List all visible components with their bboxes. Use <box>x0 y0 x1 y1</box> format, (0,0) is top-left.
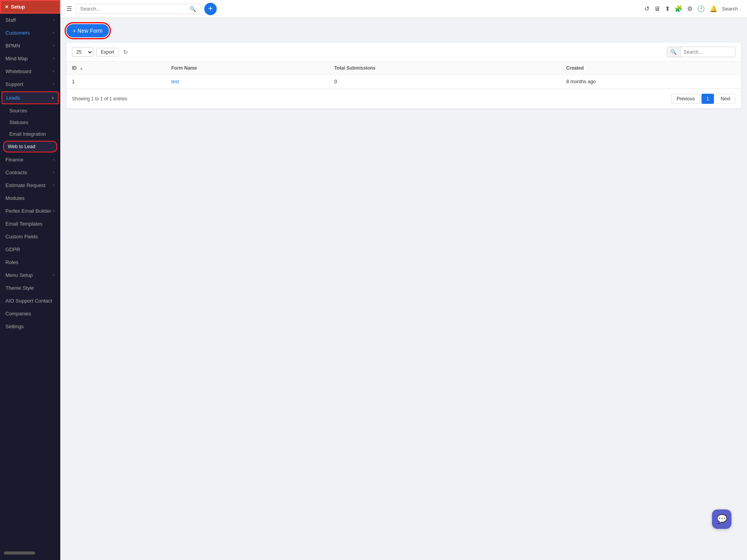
sidebar-item-support[interactable]: Support < <box>0 78 60 91</box>
sidebar-item-statuses[interactable]: Statuses <box>0 117 60 128</box>
topbar: ☰ 🔍 + ↺ 🖥 ⬆ 🧩 ⚙ 🕐 🔔 Search . <box>60 0 747 18</box>
sidebar-sub-label: Sources <box>9 108 27 114</box>
pagination-info: Showing 1 to 1 of 1 entries <box>72 96 127 102</box>
sidebar: ✕ Setup Staff < Customers < BPMN < Mind … <box>0 0 60 560</box>
main-wrapper: ☰ 🔍 + ↺ 🖥 ⬆ 🧩 ⚙ 🕐 🔔 Search . + New Form … <box>60 0 747 560</box>
chevron-down-icon: ∨ <box>51 96 54 100</box>
scroll-indicator <box>4 551 35 555</box>
chevron-icon: < <box>53 183 55 187</box>
sidebar-item-companies[interactable]: Companies <box>0 307 60 320</box>
sidebar-item-settings[interactable]: Settings <box>0 320 60 333</box>
chevron-icon: < <box>53 170 55 175</box>
sidebar-item-sources[interactable]: Sources <box>0 105 60 117</box>
column-created: Created <box>561 61 741 75</box>
sidebar-item-customers[interactable]: Customers < <box>0 26 60 39</box>
sidebar-item-label: Companies <box>5 311 31 317</box>
clock-icon[interactable]: 🕐 <box>697 5 705 12</box>
table-toolbar: 25 50 100 Export ↻ 🔍 <box>67 43 741 61</box>
table-search-input[interactable] <box>680 47 735 57</box>
sidebar-item-web-to-lead[interactable]: Web to Lead <box>3 141 57 152</box>
close-icon[interactable]: ✕ <box>5 4 9 10</box>
sidebar-item-label: Staff <box>5 17 16 23</box>
screen-icon[interactable]: 🖥 <box>654 5 660 12</box>
menu-icon[interactable]: ☰ <box>67 5 72 12</box>
sidebar-item-estimate-request[interactable]: Estimate Request < <box>0 179 60 192</box>
content-area: + New Form 25 50 100 Export ↻ 🔍 <box>60 18 747 560</box>
next-button[interactable]: Next <box>715 94 735 104</box>
export-button[interactable]: Export <box>96 48 119 56</box>
share-icon[interactable]: ⬆ <box>665 5 670 12</box>
sidebar-item-whiteboard[interactable]: Whiteboard < <box>0 65 60 78</box>
table-search-icon[interactable]: 🔍 <box>667 47 680 57</box>
add-button[interactable]: + <box>204 3 217 15</box>
column-form-name: Form Name <box>166 61 329 75</box>
search-bar[interactable]: 🔍 <box>76 4 200 14</box>
sidebar-item-label: AIO Support Contact <box>5 298 52 304</box>
topbar-search-label[interactable]: Search . <box>722 6 741 12</box>
sidebar-header[interactable]: ✕ Setup <box>0 0 60 14</box>
sidebar-item-label: Email Templates <box>5 221 42 227</box>
sidebar-item-label: Finance <box>5 157 23 163</box>
history-icon[interactable]: ↺ <box>644 5 649 12</box>
forms-table-card: 25 50 100 Export ↻ 🔍 ID ▲ <box>67 43 741 108</box>
sidebar-item-mind-map[interactable]: Mind Map < <box>0 52 60 65</box>
sidebar-item-label: Support <box>5 81 23 87</box>
sidebar-item-label: BPMN <box>5 43 20 49</box>
pagination-bar: Showing 1 to 1 of 1 entries Previous 1 N… <box>67 89 741 108</box>
sidebar-title: Setup <box>11 4 25 10</box>
cell-form-name[interactable]: test <box>166 75 329 89</box>
page-1-button[interactable]: 1 <box>701 94 714 104</box>
chat-icon: 💬 <box>717 514 727 524</box>
chevron-icon: < <box>53 56 55 61</box>
sidebar-sub-label: Statuses <box>9 120 28 125</box>
table-search[interactable]: 🔍 <box>667 47 735 57</box>
cell-total-submissions: 0 <box>329 75 561 89</box>
chevron-icon: < <box>53 31 55 35</box>
sidebar-item-modules[interactable]: Modules <box>0 192 60 205</box>
sidebar-item-leads[interactable]: Leads ∨ <box>2 91 59 104</box>
sidebar-item-label: Customers <box>5 30 30 36</box>
topbar-actions: ↺ 🖥 ⬆ 🧩 ⚙ 🕐 🔔 Search . <box>644 5 741 12</box>
chevron-icon: < <box>53 209 55 213</box>
sidebar-item-label: Contracts <box>5 170 27 175</box>
sidebar-item-custom-fields[interactable]: Custom Fields <box>0 230 60 243</box>
sidebar-item-label: GDPR <box>5 247 20 252</box>
sidebar-sub-label: Email Integration <box>9 131 46 137</box>
column-id[interactable]: ID ▲ <box>67 61 166 75</box>
refresh-button[interactable]: ↻ <box>122 48 130 56</box>
sidebar-item-aio-support-contact[interactable]: AIO Support Contact <box>0 294 60 307</box>
chevron-icon: < <box>53 273 55 277</box>
sidebar-item-perfex-email-builder[interactable]: Perfex Email Builder < <box>0 205 60 217</box>
per-page-select[interactable]: 25 50 100 <box>72 47 93 57</box>
sidebar-item-email-integration[interactable]: Email Integration <box>0 128 60 140</box>
previous-button[interactable]: Previous <box>672 94 700 104</box>
sidebar-item-gdpr[interactable]: GDPR <box>0 243 60 256</box>
column-total-submissions: Total Submissions <box>329 61 561 75</box>
sidebar-item-bpmn[interactable]: BPMN < <box>0 39 60 52</box>
sidebar-item-label: Estimate Request <box>5 182 46 188</box>
sidebar-item-email-templates[interactable]: Email Templates <box>0 217 60 230</box>
settings-gear-icon[interactable]: ⚙ <box>687 5 693 12</box>
chevron-icon: < <box>53 44 55 48</box>
chat-bubble[interactable]: 💬 <box>712 509 731 529</box>
sidebar-item-label: Leads <box>6 95 20 101</box>
sidebar-item-label: Perfex Email Builder <box>5 208 51 214</box>
sidebar-item-label: Modules <box>5 195 25 201</box>
sidebar-item-staff[interactable]: Staff < <box>0 14 60 26</box>
cell-created: 8 months ago <box>561 75 741 89</box>
bell-icon[interactable]: 🔔 <box>710 5 717 12</box>
chevron-icon: < <box>53 158 55 162</box>
sidebar-item-theme-style[interactable]: Theme Style <box>0 282 60 294</box>
sidebar-item-label: Menu Setup <box>5 272 33 278</box>
new-form-button[interactable]: + New Form <box>67 24 109 37</box>
sidebar-item-finance[interactable]: Finance < <box>0 153 60 166</box>
search-icon: 🔍 <box>189 6 196 12</box>
chevron-icon: < <box>53 82 55 86</box>
cell-id: 1 <box>67 75 166 89</box>
sidebar-item-label: Roles <box>5 259 18 265</box>
sidebar-item-contracts[interactable]: Contracts < <box>0 166 60 179</box>
sidebar-item-roles[interactable]: Roles <box>0 256 60 269</box>
search-input[interactable] <box>80 6 187 12</box>
sidebar-item-menu-setup[interactable]: Menu Setup < <box>0 269 60 282</box>
puzzle-icon[interactable]: 🧩 <box>675 5 682 12</box>
